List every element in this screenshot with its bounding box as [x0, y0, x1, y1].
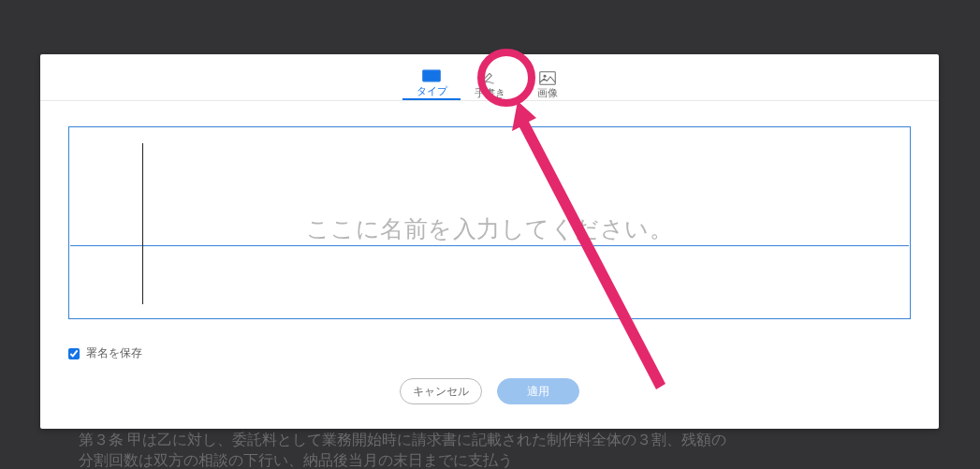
svg-rect-0	[423, 70, 440, 81]
svg-rect-3	[431, 73, 433, 75]
keyboard-icon	[422, 67, 441, 84]
signature-dialog: タイプ 手書き 画像	[40, 54, 939, 429]
apply-button[interactable]: 適用	[497, 378, 579, 404]
apply-button-label: 適用	[527, 384, 549, 400]
cancel-button-label: キャンセル	[413, 384, 469, 400]
svg-rect-2	[429, 73, 431, 75]
pen-icon	[480, 69, 499, 86]
signature-area: ここに名前を入力してください。	[40, 101, 939, 329]
save-signature-row[interactable]: 署名を保存	[40, 329, 939, 361]
image-icon	[538, 69, 557, 86]
signature-input-box[interactable]: ここに名前を入力してください。	[68, 126, 911, 319]
tab-draw-label: 手書き	[475, 86, 505, 100]
tab-image-label: 画像	[537, 86, 558, 100]
text-caret	[142, 143, 143, 304]
save-signature-checkbox[interactable]	[68, 348, 80, 359]
svg-rect-5	[427, 78, 436, 80]
cancel-button[interactable]: キャンセル	[400, 378, 482, 404]
dialog-buttons: キャンセル 適用	[40, 361, 939, 404]
signature-baseline	[70, 245, 909, 246]
svg-rect-1	[425, 73, 427, 75]
app-backdrop: 第３条 甲は乙に対し、委託料として業務開始時に請求書に記載された制作料全体の３割…	[0, 0, 980, 469]
svg-rect-6	[540, 71, 556, 84]
tab-draw[interactable]: 手書き	[461, 55, 519, 100]
signature-method-tabs: タイプ 手書き 画像	[40, 54, 939, 101]
tab-type-label: タイプ	[417, 84, 447, 98]
background-document-text: 第３条 甲は乙に対し、委託料として業務開始時に請求書に記載された制作料全体の３割…	[79, 430, 958, 469]
svg-rect-4	[434, 73, 436, 75]
tab-type[interactable]: タイプ	[402, 55, 461, 100]
save-signature-label: 署名を保存	[86, 345, 142, 361]
tab-image[interactable]: 画像	[519, 55, 577, 100]
svg-point-7	[544, 74, 547, 77]
